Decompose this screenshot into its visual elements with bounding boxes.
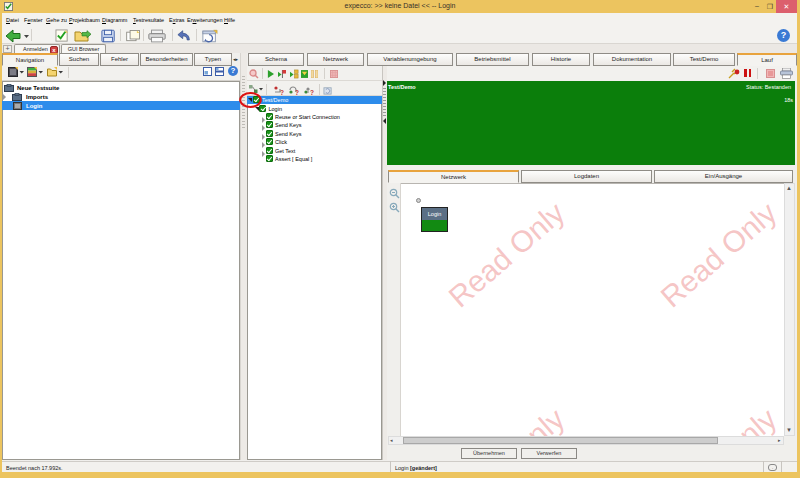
svg-text:?: ? — [280, 89, 284, 96]
svg-text:?: ? — [310, 89, 314, 96]
svg-text:?: ? — [295, 89, 299, 96]
